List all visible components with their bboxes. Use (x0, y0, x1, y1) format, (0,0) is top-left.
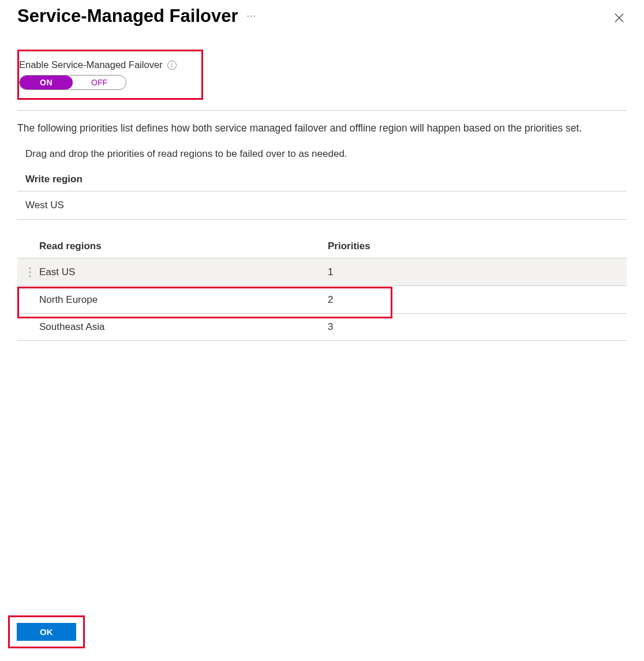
table-row[interactable]: East US 1 (17, 258, 627, 286)
info-icon[interactable]: i (167, 61, 177, 70)
close-icon[interactable] (614, 13, 624, 25)
table-row[interactable]: North Europe 2 (17, 286, 627, 313)
ok-button[interactable]: OK (17, 623, 76, 641)
instruction-text: Drag and drop the priorities of read reg… (25, 148, 627, 160)
region-priority: 3 (328, 321, 627, 333)
region-name: North Europe (39, 294, 328, 306)
region-priority: 1 (328, 266, 627, 278)
priorities-heading: Priorities (328, 241, 627, 252)
toggle-on: ON (20, 76, 73, 89)
read-regions-table: Read regions Priorities East US 1 North … (17, 241, 627, 341)
region-name: Southeast Asia (39, 321, 328, 333)
description-text: The following priorities list defines ho… (17, 121, 627, 136)
failover-toggle[interactable]: ON OFF (19, 75, 126, 90)
region-name: East US (39, 266, 328, 278)
ok-highlight-box: OK (8, 615, 85, 648)
table-row[interactable]: Southeast Asia 3 (17, 313, 627, 341)
write-region-value: West US (17, 191, 627, 219)
read-regions-heading: Read regions (39, 241, 328, 252)
row-divider (17, 219, 627, 220)
drag-handle-icon[interactable] (17, 267, 39, 277)
section-divider (17, 110, 627, 111)
toggle-highlight-box: Enable Service-Managed Failover i ON OFF (17, 50, 203, 100)
write-region-heading: Write region (25, 174, 627, 191)
more-options-icon[interactable]: ··· (247, 11, 256, 21)
toggle-off: OFF (73, 76, 126, 89)
region-priority: 2 (328, 294, 627, 306)
page-title: Service-Managed Failover (17, 6, 238, 27)
toggle-label: Enable Service-Managed Failover (19, 59, 163, 70)
